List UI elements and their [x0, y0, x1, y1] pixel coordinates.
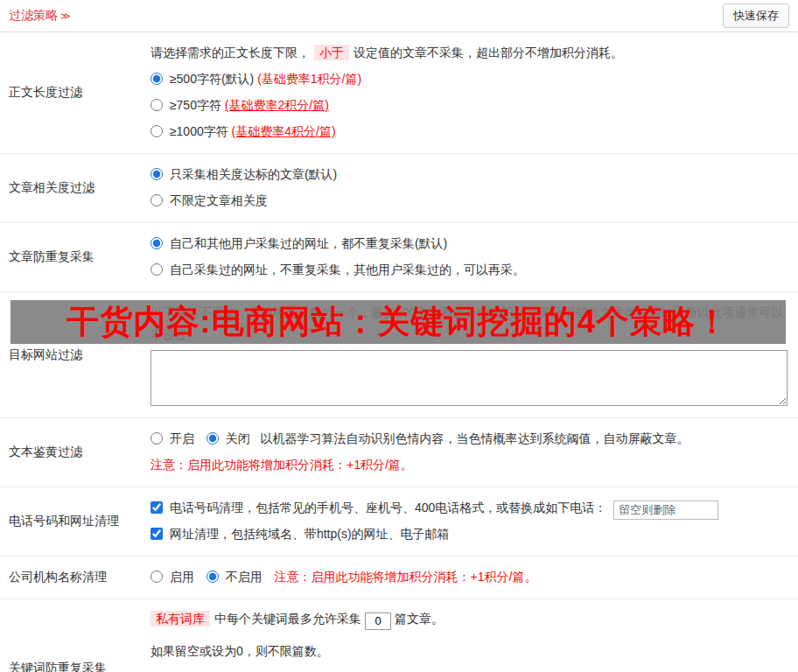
dedupe-option-self[interactable]: 自己采集过的网址，不重复采集，其他用户采集过的，可以再采。: [150, 256, 788, 283]
relevance-strict-radio[interactable]: [150, 168, 163, 180]
length-750-radio[interactable]: [150, 99, 163, 111]
keyword-limit-post-text: 篇文章。: [395, 612, 444, 626]
porn-on-label: 开启: [170, 431, 194, 445]
row-porn-filter: 文本鉴黄过滤 开启 关闭 以机器学习算法自动识别色情内容，当色情概率达到系统阈值…: [0, 418, 798, 487]
quick-save-button[interactable]: 快速保存: [723, 4, 789, 28]
keyword-limit-line: 私有词库中每个关键词最多允许采集篇文章。: [150, 606, 788, 631]
relevance-strict-label: 只采集相关度达标的文章(默认): [170, 167, 337, 181]
replacement-phone-input[interactable]: [613, 500, 718, 520]
private-lexicon-highlight: 私有词库: [150, 611, 210, 626]
porn-off-label: 关闭: [226, 431, 250, 445]
promo-overlay-banner: 干货内容:电商网站：关键词挖掘的4个策略！: [10, 300, 786, 344]
dedupe-global-label: 自己和其他用户采集过的网址，都不重复采集(默认): [170, 236, 447, 250]
porn-off-radio[interactable]: [206, 432, 219, 444]
url-clean-label: 网址清理，包括纯域名、带http(s)的网址、电子邮箱: [170, 527, 450, 541]
company-option-on[interactable]: 启用: [150, 570, 198, 584]
length-option-750[interactable]: ≥750字符 (基础费率2积分/篇): [150, 92, 788, 118]
length-750-fee: (基础费率2积分/篇): [225, 98, 329, 112]
length-option-500[interactable]: ≥500字符(默认) (基础费率1积分/篇): [150, 66, 788, 92]
promo-banner-text: 干货内容:电商网站：关键词挖掘的4个策略！: [67, 300, 730, 344]
dedupe-self-radio[interactable]: [150, 263, 163, 276]
company-off-label: 不启用: [226, 570, 262, 584]
dedupe-option-global[interactable]: 自己和其他用户采集过的网址，都不重复采集(默认): [150, 230, 788, 256]
row-length-filter: 正文长度过滤 请选择需求的正文长度下限，小于设定值的文章不采集，超出部分不增加积…: [0, 32, 798, 154]
site-blacklist-textarea[interactable]: [150, 350, 788, 406]
length-500-radio[interactable]: [150, 73, 163, 85]
page-header: 过滤策略≫ 快速保存: [0, 0, 798, 32]
phone-clean-option[interactable]: 电话号码清理，包括常见的手机号、座机号、400电话格式，或替换成如下电话：: [150, 500, 610, 514]
intro-post-text: 设定值的文章不采集，超出部分不增加积分消耗。: [354, 46, 623, 60]
porn-option-off[interactable]: 关闭: [206, 431, 254, 445]
length-1000-fee: (基础费率4积分/篇): [232, 124, 336, 138]
company-on-label: 启用: [170, 570, 194, 584]
length-filter-label: 正文长度过滤: [0, 32, 150, 153]
keyword-note-zero: 如果留空或设为0，则不限篇数。: [150, 639, 788, 663]
keyword-limit-input[interactable]: [365, 612, 391, 630]
row-relevance-filter: 文章相关度过滤 只采集相关度达标的文章(默认) 不限定文章相关度: [0, 154, 798, 223]
length-1000-label: ≥1000字符: [170, 124, 228, 138]
company-on-radio[interactable]: [150, 570, 163, 583]
intro-pre-text: 请选择需求的正文长度下限，: [150, 46, 310, 60]
less-than-highlight: 小于: [314, 45, 349, 60]
dedupe-self-label: 自己采集过的网址，不重复采集，其他用户采集过的，可以再采。: [170, 262, 525, 276]
row-phone-url-clean: 电话号码和网址清理 电话号码清理，包括常见的手机号、座机号、400电话格式，或替…: [0, 487, 798, 556]
length-option-1000[interactable]: ≥1000字符 (基础费率4积分/篇): [150, 118, 788, 144]
company-clean-label: 公司机构名称清理: [0, 556, 150, 598]
chevron-double-icon: ≫: [60, 10, 71, 21]
relevance-any-label: 不限定文章相关度: [170, 193, 268, 207]
page-title-text: 过滤策略: [9, 8, 58, 22]
relevance-any-radio[interactable]: [150, 194, 163, 206]
company-cost-note: 注意：启用此功能将增加积分消耗：+1积分/篇。: [275, 570, 537, 584]
page-title[interactable]: 过滤策略≫: [9, 8, 71, 24]
length-500-fee: (基础费率1积分/篇): [257, 72, 361, 86]
article-dedupe-label: 文章防重复采集: [0, 223, 150, 291]
company-option-off[interactable]: 不启用: [206, 570, 266, 584]
row-keyword-dedupe: 关键词防重复采集 私有词库中每个关键词最多允许采集篇文章。 如果留空或设为0，则…: [0, 599, 798, 672]
length-1000-radio[interactable]: [150, 125, 163, 137]
length-750-label: ≥750字符: [170, 98, 221, 112]
url-clean-option[interactable]: 网址清理，包括纯域名、带http(s)的网址、电子邮箱: [150, 527, 450, 541]
url-clean-checkbox[interactable]: [150, 528, 163, 540]
dedupe-global-radio[interactable]: [150, 237, 163, 249]
length-filter-intro: 请选择需求的正文长度下限，小于设定值的文章不采集，超出部分不增加积分消耗。: [150, 39, 788, 66]
relevance-option-strict[interactable]: 只采集相关度达标的文章(默认): [150, 161, 788, 187]
keyword-dedupe-label: 关键词防重复采集: [0, 599, 150, 672]
keyword-limit-mid-text: 中每个关键词最多允许采集: [214, 612, 361, 626]
porn-cost-note: 注意：启用此功能将增加积分消耗：+1积分/篇。: [150, 452, 788, 478]
porn-option-on[interactable]: 开启: [150, 431, 198, 445]
porn-on-radio[interactable]: [150, 432, 163, 444]
length-500-label: ≥500字符(默认): [170, 72, 254, 86]
row-company-clean: 公司机构名称清理 启用 不启用 注意：启用此功能将增加积分消耗：+1积分/篇。: [0, 556, 798, 599]
company-off-radio[interactable]: [206, 570, 219, 583]
phone-url-clean-label: 电话号码和网址清理: [0, 487, 150, 556]
row-article-dedupe: 文章防重复采集 自己和其他用户采集过的网址，都不重复采集(默认) 自己采集过的网…: [0, 223, 798, 292]
phone-clean-checkbox[interactable]: [150, 501, 163, 514]
porn-description: 以机器学习算法自动识别色情内容，当色情概率达到系统阈值，自动屏蔽文章。: [261, 431, 690, 445]
relevance-filter-label: 文章相关度过滤: [0, 154, 150, 222]
relevance-option-any[interactable]: 不限定文章相关度: [150, 187, 788, 214]
phone-clean-label: 电话号码清理，包括常见的手机号、座机号、400电话格式，或替换成如下电话：: [170, 500, 606, 514]
porn-filter-label: 文本鉴黄过滤: [0, 418, 150, 486]
